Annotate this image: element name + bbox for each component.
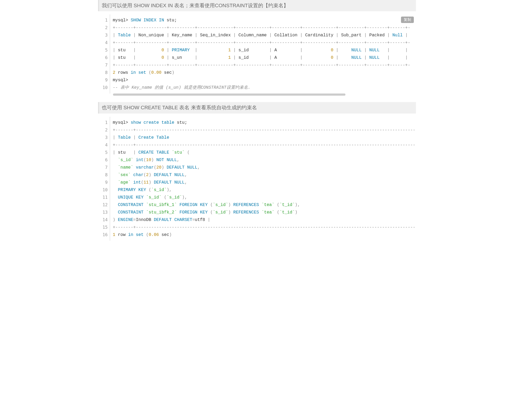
code-block-1: 复制 12345678910mysql> SHOW INDEX IN stu; … [98, 14, 416, 96]
code-pre-1[interactable]: mysql> SHOW INDEX IN stu; +-------+-----… [110, 14, 415, 94]
note-box-2: 也可使用 SHOW CREATE TABLE 表名 来查看系统自动生成的约束名 [98, 102, 416, 113]
line-gutter-1: 12345678910 [98, 14, 110, 94]
horizontal-scrollbar[interactable] [113, 94, 345, 96]
line-gutter-2: 12345678910111213141516 [98, 117, 110, 241]
note-box-1: 我们可以使用 SHOW INDEX IN 表名；来查看使用CONSTRAINT设… [98, 0, 416, 11]
note-text-2: 也可使用 SHOW CREATE TABLE 表名 来查看系统自动生成的约束名 [102, 105, 257, 110]
copy-button[interactable]: 复制 [401, 17, 414, 23]
code-pre-2[interactable]: mysql> show create table stu; +-------+-… [110, 117, 415, 241]
note-text-1: 我们可以使用 SHOW INDEX IN 表名；来查看使用CONSTRAINT设… [102, 3, 289, 8]
code-block-2: 12345678910111213141516mysql> show creat… [98, 117, 416, 241]
